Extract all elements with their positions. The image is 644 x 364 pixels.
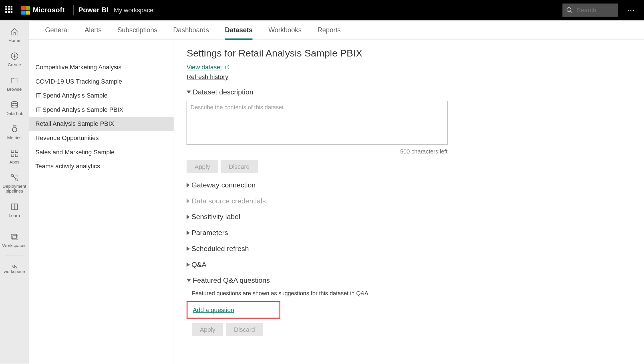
nav-metrics[interactable]: Metrics: [0, 121, 29, 143]
search-box[interactable]: [562, 3, 618, 17]
svg-point-6: [12, 128, 17, 132]
microsoft-text: Microsoft: [33, 6, 65, 14]
nav-rail: Home Create Browse Data hub Metrics Apps…: [0, 20, 29, 364]
nav-pipelines[interactable]: Deployment pipelines: [0, 170, 29, 197]
section-label: Parameters: [192, 229, 228, 237]
chevron-right-icon: [187, 262, 190, 267]
breadcrumb-workspace[interactable]: My workspace: [114, 7, 154, 14]
section-label: Gateway connection: [192, 181, 256, 189]
nav-datahub[interactable]: Data hub: [0, 97, 29, 119]
apps-icon: [10, 149, 19, 158]
section-description[interactable]: Dataset description: [187, 88, 631, 96]
home-icon: [10, 27, 19, 36]
add-question-highlight: Add a question: [187, 301, 280, 319]
workspaces-icon: [10, 232, 19, 241]
svg-rect-9: [11, 154, 14, 157]
svg-point-0: [567, 7, 571, 11]
more-options-icon[interactable]: ⋯: [624, 5, 639, 15]
nav-label: Deployment pipelines: [0, 184, 29, 193]
view-dataset-label: View dataset: [187, 64, 222, 71]
svg-rect-7: [11, 150, 14, 153]
section-qa[interactable]: Q&A: [187, 261, 631, 269]
create-icon: [10, 52, 19, 60]
nav-label: Home: [8, 38, 21, 43]
nav-home[interactable]: Home: [0, 24, 29, 46]
nav-label: Create: [7, 62, 22, 67]
dataset-item[interactable]: Revenue Opportunities: [29, 131, 174, 145]
dataset-item[interactable]: IT Spend Analysis Sample PBIX: [29, 102, 174, 117]
section-label: Featured Q&A questions: [193, 277, 270, 285]
nav-apps[interactable]: Apps: [0, 145, 29, 168]
section-label: Scheduled refresh: [192, 245, 249, 253]
apply-button-featured[interactable]: Apply: [192, 323, 223, 336]
add-question-link[interactable]: Add a question: [193, 306, 234, 313]
svg-point-5: [11, 101, 17, 104]
nav-my-workspace[interactable]: My workspace: [0, 259, 29, 278]
chevron-down-icon: [187, 279, 191, 282]
pipelines-icon: [10, 173, 19, 182]
featured-help-text: Featured questions are shown as suggesti…: [192, 290, 631, 296]
microsoft-logo-icon: [21, 6, 30, 15]
nav-separator: [5, 225, 23, 225]
tab-alerts[interactable]: Alerts: [84, 20, 101, 39]
datahub-icon: [10, 100, 19, 109]
nav-label: Apps: [9, 159, 21, 164]
nav-label: Learn: [8, 213, 21, 218]
browse-icon: [10, 76, 19, 85]
characters-left: 500 characters left: [187, 148, 448, 155]
chevron-right-icon: [187, 183, 190, 187]
nav-label: Metrics: [6, 135, 22, 140]
section-sensitivity[interactable]: Sensitivity label: [187, 213, 631, 221]
nav-label: Browse: [6, 87, 23, 92]
top-header: Microsoft Power BI My workspace ⋯: [0, 0, 644, 20]
section-parameters[interactable]: Parameters: [187, 229, 631, 237]
chevron-right-icon: [187, 199, 190, 203]
dataset-item[interactable]: Teams activity analytics: [29, 159, 174, 173]
page-title: Settings for Retail Analysis Sample PBIX: [187, 48, 631, 59]
tab-reports[interactable]: Reports: [317, 20, 341, 39]
view-dataset-link[interactable]: View dataset: [187, 64, 230, 71]
chevron-right-icon: [187, 215, 190, 219]
svg-rect-15: [11, 234, 16, 238]
refresh-history-link[interactable]: Refresh history: [187, 73, 228, 80]
section-scheduled[interactable]: Scheduled refresh: [187, 245, 631, 253]
section-featured[interactable]: Featured Q&A questions: [187, 277, 631, 285]
search-icon: [566, 7, 573, 14]
dataset-item[interactable]: COVID-19 US Tracking Sample: [29, 74, 174, 88]
search-input[interactable]: [577, 7, 607, 14]
app-launcher-icon[interactable]: [5, 6, 14, 15]
learn-icon: [10, 202, 19, 211]
section-label: Sensitivity label: [192, 213, 240, 221]
tab-general[interactable]: General: [45, 20, 69, 39]
product-name[interactable]: Power BI: [78, 6, 108, 14]
nav-workspaces[interactable]: Workspaces: [0, 229, 29, 251]
apply-button[interactable]: Apply: [187, 160, 218, 173]
svg-rect-8: [15, 150, 18, 153]
dataset-list: Competitive Marketing Analysis COVID-19 …: [29, 40, 174, 363]
discard-button[interactable]: Discard: [221, 160, 257, 173]
nav-label: My workspace: [0, 264, 29, 274]
dataset-item[interactable]: Competitive Marketing Analysis: [29, 60, 174, 74]
tab-dashboards[interactable]: Dashboards: [173, 20, 209, 39]
settings-panel: Settings for Retail Analysis Sample PBIX…: [174, 40, 644, 363]
description-textarea[interactable]: [187, 101, 448, 145]
dataset-item[interactable]: Sales and Marketing Sample: [29, 145, 174, 159]
dataset-item[interactable]: IT Spend Analysis Sample: [29, 88, 174, 103]
nav-label: Workspaces: [1, 243, 27, 248]
external-link-icon: [225, 64, 230, 70]
discard-button-featured[interactable]: Discard: [226, 323, 263, 336]
svg-line-1: [570, 11, 572, 13]
metrics-icon: [10, 125, 19, 134]
microsoft-logo: Microsoft: [21, 6, 65, 15]
tab-datasets[interactable]: Datasets: [225, 20, 253, 39]
nav-label: Data hub: [5, 111, 24, 116]
nav-browse[interactable]: Browse: [0, 72, 29, 95]
dataset-item-selected[interactable]: Retail Analysis Sample PBIX: [29, 117, 174, 131]
section-label: Data source credentials: [192, 197, 266, 205]
header-divider: [73, 5, 74, 15]
section-gateway[interactable]: Gateway connection: [187, 181, 631, 189]
nav-learn[interactable]: Learn: [0, 199, 29, 221]
nav-create[interactable]: Create: [0, 48, 29, 71]
tab-subscriptions[interactable]: Subscriptions: [118, 20, 157, 39]
tab-workbooks[interactable]: Workbooks: [269, 20, 302, 39]
